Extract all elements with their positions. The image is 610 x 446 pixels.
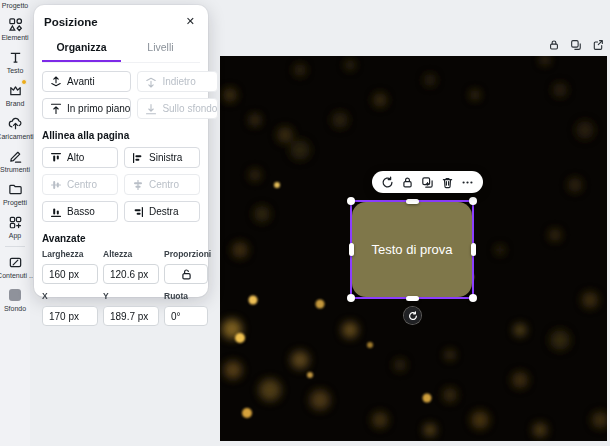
sidebar-item-label: Elementi [1,34,28,41]
align-bottom-button[interactable]: Basso [42,201,118,222]
bring-forward-button[interactable]: Avanti [42,71,131,92]
more-options-icon[interactable] [461,176,474,189]
sidebar-item-label: Progetto [2,2,28,9]
bring-to-front-label: In primo piano [67,103,130,114]
unlock-icon [180,268,193,281]
send-to-back-button[interactable]: Sullo sfondo [137,98,218,119]
resize-handle-ne[interactable] [469,197,477,205]
align-center-button[interactable]: Centro [124,174,200,195]
upload-icon [7,115,23,131]
align-bottom-label: Basso [67,206,95,217]
rotate-label: Ruota [164,291,208,301]
sidebar-item-label: Contenuti .. [0,272,33,279]
align-middle-label: Centro [67,179,97,190]
x-label: X [42,291,98,301]
resize-handle-n[interactable] [406,199,419,204]
tab-organizza[interactable]: Organizza [42,35,121,62]
advanced-section-title: Avanzate [42,233,200,244]
lock-page-icon[interactable] [547,38,560,51]
panel-title: Posizione [44,16,98,28]
rotate-input[interactable] [164,306,208,326]
align-right-icon [132,206,144,218]
y-label: Y [103,291,159,301]
page-actions [547,38,604,51]
export-page-icon[interactable] [591,38,604,51]
rotate-icon[interactable] [381,176,394,189]
selected-shape[interactable]: Testo di prova [352,202,472,297]
sidebar-item-testo[interactable]: Testo [0,45,30,78]
panel-tabs: Organizza Livelli [42,35,200,63]
send-to-back-label: Sullo sfondo [162,103,217,114]
sidebar-item-label: Testo [7,67,24,74]
align-section-title: Allinea alla pagina [42,130,200,141]
width-input[interactable] [42,264,98,284]
resize-handle-sw[interactable] [347,294,355,302]
sidebar-item-label: Caricamenti [0,133,34,140]
height-label: Altezza [103,249,159,259]
duplicate-icon[interactable] [421,176,434,189]
background-thumb-icon [7,287,23,303]
x-input[interactable] [42,306,98,326]
sidebar-item-label: App [9,232,21,239]
resize-handle-w[interactable] [349,243,354,256]
app-window: Progetto Elementi Testo [0,0,610,446]
resize-handle-e[interactable] [471,243,476,256]
bring-to-front-button[interactable]: In primo piano [42,98,131,119]
sidebar-item-app[interactable]: App [0,210,30,243]
shape-text[interactable]: Testo di prova [372,242,453,257]
width-label: Larghezza [42,249,98,259]
sidebar-item-caricamenti[interactable]: Caricamenti [0,111,30,144]
bring-forward-label: Avanti [67,76,95,87]
sidebar-item-brand[interactable]: Brand [0,78,30,111]
sidebar-item-strumenti[interactable]: Strumenti [0,144,30,177]
sidebar-item-label: Brand [6,100,25,107]
sidebar-divider [5,246,25,247]
tab-livelli[interactable]: Livelli [121,35,200,62]
sidebar-item-progetti[interactable]: Progetti [0,177,30,210]
send-backward-icon [145,76,157,88]
text-icon [7,49,23,65]
sidebar-item-progetto[interactable]: Progetto [0,0,30,12]
send-to-back-icon [145,103,157,115]
send-backward-button[interactable]: Indietro [137,71,218,92]
sidebar-item-sfondo[interactable]: Sfondo [0,283,30,316]
sidebar-item-contenuti[interactable]: Contenuti .. [0,250,30,283]
resize-handle-nw[interactable] [347,197,355,205]
proportions-lock-button[interactable] [164,264,208,284]
align-top-button[interactable]: Alto [42,147,118,168]
sidebar-item-label: Sfondo [4,305,26,312]
folder-icon [7,181,23,197]
sidebar-item-elementi[interactable]: Elementi [0,12,30,45]
align-middle-button[interactable]: Centro [42,174,118,195]
rotate-handle[interactable] [404,307,421,324]
align-top-label: Alto [67,152,84,163]
brand-icon [7,82,23,98]
position-panel: Posizione ✕ Organizza Livelli Avanti Ind… [34,5,208,297]
align-center-label: Centro [149,179,179,190]
resize-handle-se[interactable] [469,294,477,302]
sidebar: Progetto Elementi Testo [0,0,30,446]
height-input[interactable] [103,264,159,284]
lock-icon[interactable] [401,176,414,189]
align-left-button[interactable]: Sinistra [124,147,200,168]
brand-badge [21,79,27,85]
duplicate-page-icon[interactable] [569,38,582,51]
bring-forward-icon [50,76,62,88]
y-input[interactable] [103,306,159,326]
design-canvas[interactable]: Testo di prova [220,56,607,441]
close-icon[interactable]: ✕ [183,14,198,29]
content-edit-icon [7,254,23,270]
align-top-icon [50,152,62,164]
apps-icon [7,214,23,230]
sidebar-item-label: Progetti [3,199,27,206]
resize-handle-s[interactable] [406,296,419,301]
trash-icon[interactable] [441,176,454,189]
align-left-icon [132,152,144,164]
tools-icon [7,148,23,164]
align-left-label: Sinistra [149,152,182,163]
sidebar-item-label: Strumenti [0,166,30,173]
align-right-button[interactable]: Destra [124,201,200,222]
elements-icon [7,16,23,32]
element-toolbar [372,171,483,193]
send-backward-label: Indietro [162,76,195,87]
